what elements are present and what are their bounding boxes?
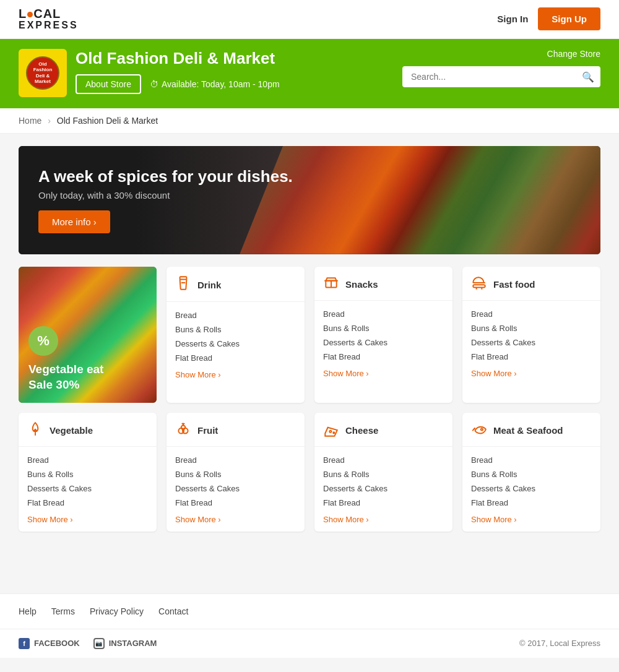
banner-more-info-button[interactable]: More info ›: [38, 210, 110, 233]
list-item: Desserts & Cakes: [471, 335, 592, 350]
vegetable-icon: [27, 421, 43, 440]
meat-seafood-show-more-button[interactable]: Show More ›: [462, 511, 526, 532]
main-content: A week of spices for your dishes. Only t…: [0, 134, 619, 556]
category-card-cheese: Cheese Bread Buns & Rolls Desserts & Cak…: [314, 413, 452, 532]
footer-help-link[interactable]: Help: [19, 606, 37, 616]
store-name: Old Fashion Deli & Market: [76, 49, 280, 68]
about-store-button[interactable]: About Store: [76, 74, 141, 94]
list-item: Desserts & Cakes: [175, 481, 296, 496]
cheese-category-name: Cheese: [345, 425, 378, 436]
vegetable-show-more-button[interactable]: Show More ›: [19, 511, 82, 532]
category-card-fruit: Fruit Bread Buns & Rolls Desserts & Cake…: [167, 413, 305, 532]
fruit-category-name: Fruit: [197, 425, 218, 436]
banner-content: A week of spices for your dishes. Only t…: [19, 150, 313, 251]
list-item: Bread: [175, 308, 296, 322]
list-item: Flat Bread: [471, 496, 592, 510]
cheese-show-more-button[interactable]: Show More ›: [314, 511, 378, 532]
list-item: Bread: [27, 453, 148, 467]
category-header-drink: Drink: [167, 267, 305, 302]
logo: LCAL EXPRESS: [19, 7, 79, 31]
footer-privacy-link[interactable]: Privacy Policy: [90, 606, 144, 616]
insta-icon: 📷: [93, 638, 105, 649]
drink-category-name: Drink: [197, 280, 221, 290]
list-item: Buns & Rolls: [471, 321, 592, 335]
category-card-snacks: Snacks Bread Buns & Rolls Desserts & Cak…: [314, 267, 452, 403]
drink-show-more-button[interactable]: Show More ›: [167, 366, 230, 387]
copyright: © 2017, Local Express: [519, 639, 600, 648]
list-item: Desserts & Cakes: [323, 481, 444, 496]
breadcrumb-home[interactable]: Home: [19, 116, 41, 126]
list-item: Flat Bread: [471, 350, 592, 364]
list-item: Buns & Rolls: [323, 321, 444, 335]
meat-seafood-items: Bread Buns & Rolls Desserts & Cakes Flat…: [462, 447, 600, 511]
nav-auth: Sign In Sign Up: [497, 7, 600, 30]
search-button[interactable]: 🔍: [582, 71, 594, 82]
snacks-show-more-button[interactable]: Show More ›: [314, 365, 378, 386]
list-item: Bread: [175, 453, 296, 467]
list-item: Desserts & Cakes: [27, 481, 148, 496]
search-input[interactable]: [402, 66, 600, 87]
list-item: Bread: [323, 453, 444, 467]
list-item: Bread: [471, 307, 592, 321]
promo-banner: A week of spices for your dishes. Only t…: [19, 146, 600, 254]
social-links: f FACEBOOK 📷 INSTAGRAM: [19, 638, 157, 649]
footer-terms-link[interactable]: Terms: [51, 606, 75, 616]
instagram-link[interactable]: 📷 INSTAGRAM: [93, 638, 157, 649]
list-item: Flat Bread: [175, 351, 296, 365]
list-item: Buns & Rolls: [27, 467, 148, 481]
sign-up-button[interactable]: Sign Up: [538, 7, 600, 30]
featured-card: % Vegetable eat Sale 30%: [19, 267, 157, 403]
meat-seafood-icon: [471, 421, 487, 440]
vegetable-category-name: Vegetable: [50, 425, 93, 436]
top-nav: LCAL EXPRESS Sign In Sign Up: [0, 0, 619, 39]
logo-express: EXPRESS: [19, 20, 79, 31]
list-item: Buns & Rolls: [323, 467, 444, 481]
fastfood-show-more-button[interactable]: Show More ›: [462, 365, 526, 386]
snacks-category-name: Snacks: [345, 279, 378, 290]
fastfood-category-name: Fast food: [493, 279, 535, 290]
list-item: Buns & Rolls: [175, 467, 296, 481]
drink-items: Bread Buns & Rolls Desserts & Cakes Flat…: [167, 302, 305, 366]
cheese-items: Bread Buns & Rolls Desserts & Cakes Flat…: [314, 447, 452, 511]
featured-text: Vegetable eat Sale 30%: [28, 362, 147, 392]
svg-point-10: [333, 432, 334, 433]
list-item: Buns & Rolls: [471, 467, 592, 481]
list-item: Desserts & Cakes: [323, 335, 444, 350]
category-card-drink: Drink Bread Buns & Rolls Desserts & Cake…: [167, 267, 305, 403]
store-header: Old FashionDeli &Market Old Fashion Deli…: [0, 39, 619, 108]
list-item: Buns & Rolls: [175, 322, 296, 337]
vegetable-items: Bread Buns & Rolls Desserts & Cakes Flat…: [19, 447, 157, 511]
list-item: Desserts & Cakes: [471, 481, 592, 496]
row1-grid: % Vegetable eat Sale 30% Drink Bread Bun…: [19, 267, 600, 403]
svg-point-9: [329, 430, 331, 432]
fastfood-icon: [471, 275, 487, 294]
list-item: Flat Bread: [27, 496, 148, 510]
list-item: Flat Bread: [175, 496, 296, 510]
snacks-icon: [323, 275, 339, 294]
sign-in-button[interactable]: Sign In: [497, 14, 528, 24]
fruit-show-more-button[interactable]: Show More ›: [167, 511, 230, 532]
fb-icon: f: [19, 638, 30, 649]
store-logo: Old FashionDeli &Market: [19, 49, 67, 97]
clock-icon: ⏱: [150, 79, 158, 89]
footer-contact-link[interactable]: Contact: [158, 606, 188, 616]
category-header-cheese: Cheese: [314, 413, 452, 447]
footer-links: Help Terms Privacy Policy Contact: [0, 593, 619, 629]
category-card-meat-seafood: Meat & Seafood Bread Buns & Rolls Desser…: [462, 413, 600, 532]
banner-title: A week of spices for your dishes.: [38, 167, 293, 186]
list-item: Flat Bread: [323, 496, 444, 510]
facebook-link[interactable]: f FACEBOOK: [19, 638, 80, 649]
search-bar: 🔍: [402, 66, 600, 87]
category-header-fastfood: Fast food: [462, 267, 600, 301]
snacks-items: Bread Buns & Rolls Desserts & Cakes Flat…: [314, 301, 452, 365]
breadcrumb-separator: ›: [48, 116, 51, 126]
fruit-icon: [175, 421, 191, 440]
change-store-link[interactable]: Change Store: [547, 49, 600, 59]
logo-local: LCAL: [19, 7, 79, 20]
category-card-fastfood: Fast food Bread Buns & Rolls Desserts & …: [462, 267, 600, 403]
category-card-vegetable: Vegetable Bread Buns & Rolls Desserts & …: [19, 413, 157, 532]
breadcrumb: Home › Old Fashion Deli & Market: [0, 108, 619, 134]
banner-subtitle: Only today, with a 30% discount: [38, 190, 293, 200]
breadcrumb-current: Old Fashion Deli & Market: [57, 116, 158, 126]
svg-rect-0: [180, 277, 187, 279]
